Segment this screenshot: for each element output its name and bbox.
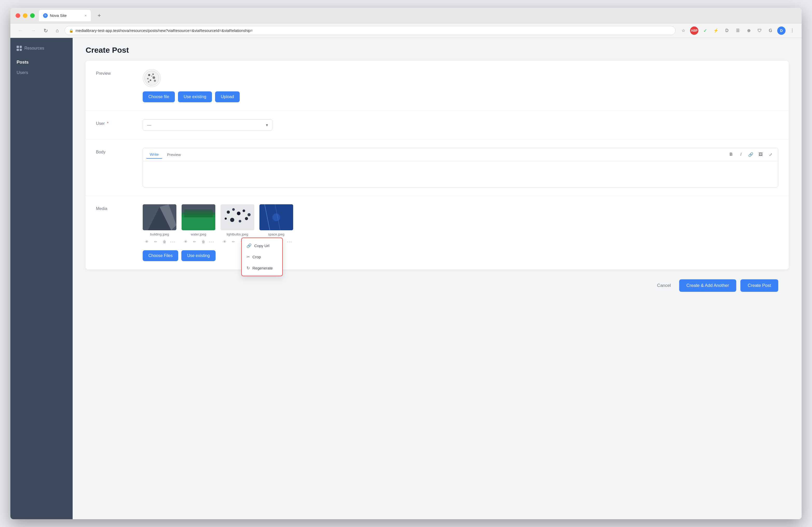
svg-point-4: [153, 76, 155, 79]
user-label: User *: [96, 119, 132, 126]
regenerate-item[interactable]: ↻ Regenerate: [242, 262, 282, 274]
minimize-button[interactable]: [23, 13, 28, 18]
editor-tab-preview[interactable]: Preview: [163, 151, 185, 158]
back-button[interactable]: ←: [16, 27, 25, 34]
view-button-lightbulbs[interactable]: 👁: [221, 238, 228, 245]
svg-point-8: [148, 81, 149, 83]
svg-point-23: [224, 217, 227, 219]
browser-toolbar: ← → ↻ ⌂ 🔒 medialibrary-test-app.test/nov…: [10, 23, 802, 38]
browser-tab[interactable]: N Nova Site ×: [39, 10, 91, 21]
security-icon: 🔒: [69, 29, 73, 33]
tab-close-button[interactable]: ×: [85, 14, 87, 18]
star-icon[interactable]: ☆: [679, 27, 687, 35]
choose-files-button[interactable]: Choose Files: [143, 250, 178, 261]
edit-button-water[interactable]: ✏: [191, 238, 198, 245]
media-filename-building: building.jpeg: [150, 232, 169, 236]
extension-d-icon[interactable]: D: [723, 27, 731, 35]
url-text: medialibrary-test-app.test/nova/resource…: [75, 28, 671, 33]
required-indicator: *: [107, 121, 108, 126]
copy-url-item[interactable]: 🔗 Copy Url: [242, 240, 282, 251]
user-control: — ▾: [143, 119, 778, 131]
italic-button[interactable]: I: [737, 150, 745, 159]
media-row: Media: [86, 196, 789, 269]
menu-icon[interactable]: ⋮: [788, 27, 796, 35]
use-existing-single-button[interactable]: Use existing: [178, 91, 212, 102]
maximize-button[interactable]: [30, 13, 35, 18]
delete-button-building[interactable]: 🗑: [161, 238, 168, 245]
choose-file-button[interactable]: Choose file: [143, 91, 175, 102]
image-button[interactable]: 🖼: [756, 150, 765, 159]
preview-row: Preview: [86, 61, 789, 111]
media-label: Media: [96, 204, 132, 211]
extension-bolt-icon[interactable]: ⚡: [712, 27, 720, 35]
media-item-building: building.jpeg 👁 ✏ 🗑 ···: [143, 204, 176, 245]
crop-icon: ✂: [246, 254, 250, 259]
svg-point-20: [237, 212, 241, 215]
form-footer: Cancel Create & Add Another Create Post: [86, 272, 789, 299]
svg-point-1: [148, 74, 150, 76]
svg-point-19: [232, 208, 235, 211]
crop-item[interactable]: ✂ Crop: [242, 251, 282, 262]
preview-image: [143, 69, 161, 87]
more-button-water[interactable]: ···: [209, 239, 214, 244]
home-button[interactable]: ⌂: [54, 27, 61, 34]
extension-shield-icon[interactable]: 🛡: [755, 27, 764, 35]
main-content: Create Post Preview: [73, 38, 802, 519]
bold-button[interactable]: B: [727, 150, 736, 159]
create-post-button[interactable]: Create Post: [740, 279, 778, 292]
editor-body[interactable]: [143, 161, 778, 187]
grid-icon: [17, 46, 22, 51]
svg-point-5: [150, 80, 151, 81]
traffic-lights: [16, 13, 35, 18]
close-button[interactable]: [16, 13, 20, 18]
media-thumb-water: [182, 204, 215, 230]
edit-button-lightbulbs[interactable]: ✏: [230, 238, 237, 245]
delete-button-water[interactable]: 🗑: [200, 238, 207, 245]
sidebar-item-users[interactable]: Users: [10, 68, 73, 78]
media-item-water: water.jpeg 👁 ✏ 🗑 ···: [182, 204, 215, 245]
browser-titlebar: N Nova Site × +: [10, 8, 802, 23]
address-bar[interactable]: 🔒 medialibrary-test-app.test/nova/resour…: [64, 26, 676, 35]
svg-point-7: [151, 75, 152, 76]
extension-g-icon[interactable]: G: [766, 27, 775, 35]
svg-point-0: [145, 71, 159, 85]
edit-button-building[interactable]: ✏: [152, 238, 159, 245]
view-button-water[interactable]: 👁: [183, 238, 189, 245]
link-button[interactable]: 🔗: [746, 150, 755, 159]
water-svg: [182, 204, 215, 230]
more-button-building[interactable]: ···: [170, 239, 175, 244]
sidebar-item-posts[interactable]: Posts: [10, 57, 73, 68]
create-add-another-button[interactable]: Create & Add Another: [679, 279, 736, 292]
user-select-value: —: [147, 123, 151, 127]
media-actions-building: 👁 ✏ 🗑 ···: [143, 238, 175, 245]
copy-url-icon: 🔗: [246, 243, 252, 248]
adblock-icon[interactable]: ABP: [690, 27, 698, 35]
cancel-button[interactable]: Cancel: [653, 280, 675, 291]
new-tab-button[interactable]: +: [95, 11, 103, 20]
editor-container: Write Preview B I 🔗 🖼 ⤢: [143, 148, 778, 187]
sidebar-users-label: Users: [17, 70, 28, 75]
extension-list-icon[interactable]: ☰: [734, 27, 742, 35]
more-button-space[interactable]: ···: [287, 239, 292, 244]
user-row: User * — ▾: [86, 111, 789, 139]
user-select[interactable]: — ▾: [143, 119, 272, 131]
forward-button[interactable]: →: [29, 27, 38, 34]
fullscreen-button[interactable]: ⤢: [766, 150, 775, 159]
tab-title: Nova Site: [50, 13, 67, 18]
regenerate-icon: ↻: [246, 266, 250, 271]
svg-point-26: [245, 217, 248, 220]
use-existing-multi-button[interactable]: Use existing: [182, 250, 215, 261]
media-thumb-lightbulbs: [220, 204, 254, 230]
sidebar-header: Resources: [10, 43, 73, 57]
user-avatar[interactable]: D: [777, 27, 785, 35]
upload-button[interactable]: Upload: [215, 91, 240, 102]
extension-circle-icon[interactable]: ⊕: [744, 27, 753, 35]
view-button-building[interactable]: 👁: [143, 238, 150, 245]
editor-tab-write[interactable]: Write: [146, 151, 162, 159]
refresh-button[interactable]: ↻: [42, 27, 50, 35]
media-filename-lightbulbs: lightbulbs.jpeg: [227, 232, 248, 236]
crop-label: Crop: [252, 255, 261, 259]
media-thumb-space: [259, 204, 293, 230]
extension-v-icon[interactable]: ✓: [701, 27, 709, 35]
svg-point-22: [247, 213, 251, 216]
